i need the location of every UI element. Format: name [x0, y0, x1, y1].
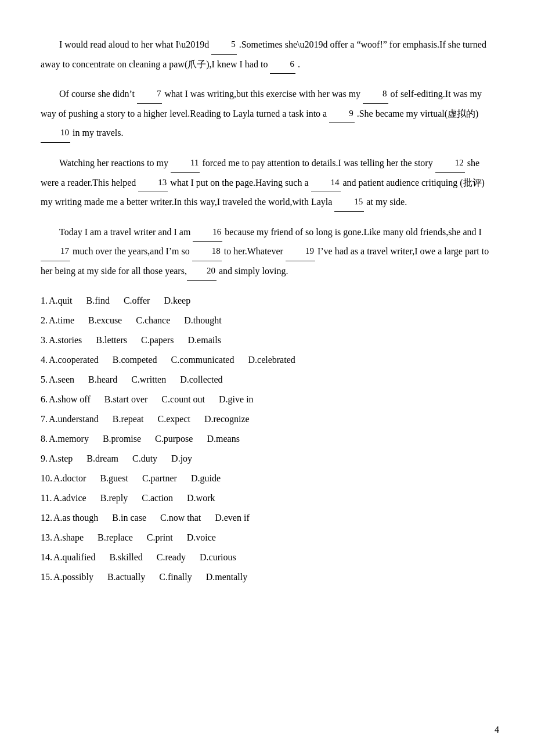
option-4c: C.communicated [171, 351, 234, 369]
para2-text5: in my travels. [70, 128, 124, 138]
option-9a: A.step [49, 449, 73, 468]
blank-14: 14 [311, 174, 341, 193]
blank-13: 13 [138, 174, 168, 193]
option-line-7: 7.A.understandB.repeatC.expectD.recogniz… [41, 410, 493, 429]
option-num-3: 3. [41, 335, 48, 345]
option-num-14: 14. [41, 552, 52, 562]
option-13d: D.voice [187, 528, 216, 547]
option-10c: C.partner [142, 469, 177, 488]
option-4d: D.celebrated [248, 351, 295, 369]
option-line-10: 10.A.doctorB.guestC.partnerD.guide [41, 469, 493, 488]
option-2b: B.excuse [88, 311, 122, 330]
option-num-8: 8. [41, 434, 48, 444]
option-7d: D.recognize [204, 410, 250, 429]
option-3b: B.letters [96, 331, 127, 350]
option-12c: C.now that [160, 509, 201, 527]
option-line-11: 11.A.adviceB.replyC.actionD.work [41, 489, 493, 507]
option-num-13: 13. [41, 532, 52, 542]
option-15c: C.finally [159, 568, 192, 586]
option-line-2: 2.A.timeB.excuseC.chanceD.thought [41, 311, 493, 330]
option-6b: B.start over [104, 390, 148, 409]
option-11c: C.action [142, 489, 173, 507]
option-line-15: 15.A.possiblyB.actuallyC.finallyD.mental… [41, 568, 493, 586]
option-num-15: 15. [41, 572, 52, 582]
option-13b: B.replace [98, 528, 133, 547]
option-13c: C.print [147, 528, 173, 547]
option-9c: C.duty [132, 449, 157, 468]
option-7c: C.expect [158, 410, 190, 429]
option-1b: B.find [86, 291, 109, 310]
option-line-3: 3.A.storiesB.lettersC.papersD.emails [41, 331, 493, 350]
option-14c: C.ready [157, 548, 186, 567]
option-2a: A.time [49, 311, 74, 330]
option-8a: A.memory [49, 430, 89, 448]
option-9b: B.dream [86, 449, 118, 468]
option-8b: B.promise [103, 430, 141, 448]
blank-12: 12 [435, 154, 465, 173]
option-11a: A.advice [53, 489, 86, 507]
option-line-4: 4.A.cooperatedB.competedC.communicatedD.… [41, 351, 493, 369]
option-3c: C.papers [141, 331, 174, 350]
option-line-8: 8.A.memoryB.promiseC.purposeD.means [41, 430, 493, 448]
option-11b: B.reply [100, 489, 128, 507]
option-12a: A.as though [53, 509, 98, 527]
option-4a: A.cooperated [49, 351, 99, 369]
option-3d: D.emails [188, 331, 221, 350]
option-num-1: 1. [41, 296, 48, 305]
option-10a: A.doctor [53, 469, 86, 488]
para2-text2: what I was writing,but this exercise wit… [162, 89, 363, 99]
blank-10: 10 [41, 124, 70, 143]
blank-9: 9 [329, 105, 355, 124]
option-15a: A.possibly [53, 568, 93, 586]
option-num-7: 7. [41, 414, 48, 424]
option-14b: B.skilled [109, 548, 142, 567]
para1-text1: I would read aloud to her what I\u2019d [59, 39, 211, 49]
option-2d: D.thought [184, 311, 221, 330]
option-3a: A.stories [49, 331, 82, 350]
para4-text2: because my friend of so long is gone.Lik… [222, 227, 482, 237]
blank-20: 20 [187, 262, 217, 281]
option-num-2: 2. [41, 315, 48, 325]
option-5b: B.heard [88, 370, 117, 389]
option-line-9: 9.A.stepB.dreamC.dutyD.joy [41, 449, 493, 468]
blank-18: 18 [192, 242, 222, 261]
option-15b: B.actually [107, 568, 145, 586]
option-num-12: 12. [41, 513, 52, 523]
option-9d: D.joy [171, 449, 192, 468]
option-6d: D.give in [219, 390, 254, 409]
option-2c: C.chance [136, 311, 170, 330]
blank-7: 7 [137, 85, 163, 104]
option-line-5: 5.A.seenB.heardC.writtenD.collected [41, 370, 493, 389]
option-num-6: 6. [41, 394, 48, 404]
option-10b: B.guest [100, 469, 128, 488]
blank-6: 6 [270, 55, 295, 74]
option-14d: D.curious [200, 548, 236, 567]
option-12d: D.even if [215, 509, 250, 527]
option-10d: D.guide [191, 469, 221, 488]
blank-8: 8 [363, 85, 388, 104]
page-number: 4 [495, 721, 499, 739]
blank-11: 11 [171, 154, 200, 173]
para4-text6: and simply loving. [217, 266, 288, 276]
option-8c: C.purpose [155, 430, 193, 448]
option-6c: C.count out [161, 390, 205, 409]
options-section: 1.A.quitB.findC.offerD.keep 2.A.timeB.ex… [41, 291, 493, 586]
para3-text4: what I put on the page.Having such a [168, 178, 311, 188]
page-container: I would read aloud to her what I\u2019d … [0, 0, 534, 622]
option-num-10: 10. [41, 473, 52, 483]
option-num-5: 5. [41, 375, 48, 384]
para4-text4: to her.Whatever [222, 246, 286, 256]
option-11d: D.work [187, 489, 215, 507]
option-5d: D.collected [180, 370, 222, 389]
option-line-14: 14.A.qualifiedB.skilledC.readyD.curious [41, 548, 493, 567]
para2-text1: Of course she didn’t [59, 89, 137, 99]
para3-text2: forced me to pay attention to details.I … [200, 158, 435, 168]
option-4b: B.competed [113, 351, 157, 369]
option-5a: A.seen [49, 370, 74, 389]
paragraph-3: Watching her reactions to my 11 forced m… [41, 153, 493, 212]
option-7b: B.repeat [113, 410, 144, 429]
option-line-12: 12.A.as thoughB.in caseC.now thatD.even … [41, 509, 493, 527]
option-7a: A.understand [49, 410, 99, 429]
para1-text3: . [295, 59, 300, 69]
option-6a: A.show off [49, 390, 91, 409]
